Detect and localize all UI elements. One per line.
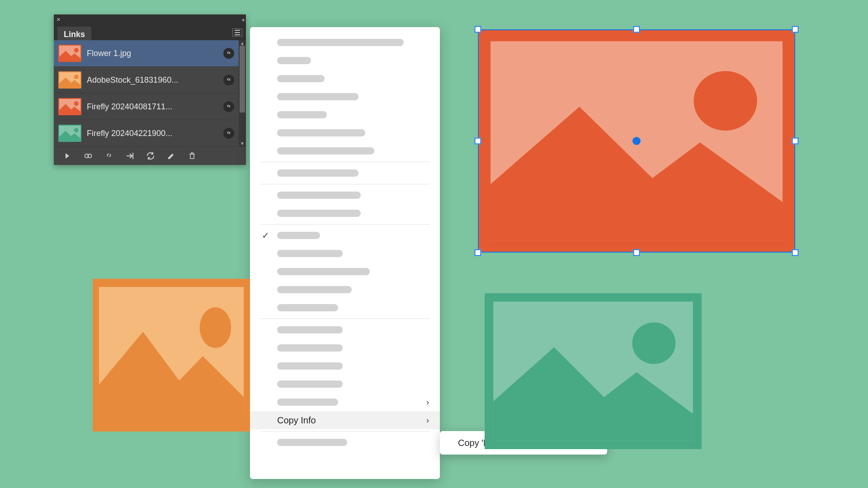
link-filename: Firefly 202404221900... <box>87 129 218 138</box>
menu-item[interactable] <box>250 88 440 106</box>
menu-item-placeholder <box>277 344 343 352</box>
menu-item[interactable] <box>250 52 440 70</box>
panel-footer <box>54 147 246 165</box>
menu-item[interactable] <box>250 204 440 222</box>
menu-item-placeholder <box>277 210 361 217</box>
menu-item[interactable] <box>250 321 440 339</box>
svg-point-2 <box>74 48 79 52</box>
panel-menu-button[interactable] <box>232 28 242 37</box>
panel-dropdown-menu: ✓›Copy Info› <box>250 27 440 479</box>
svg-point-8 <box>74 101 79 106</box>
menu-item-placeholder <box>277 399 338 406</box>
selection-handle[interactable] <box>792 138 799 145</box>
link-status-icon <box>223 128 234 139</box>
menu-item[interactable] <box>250 375 440 393</box>
menu-item-placeholder <box>277 439 347 446</box>
menu-item-label: Copy Info <box>277 415 316 426</box>
menu-item-placeholder <box>277 326 343 333</box>
submenu-arrow-icon: › <box>426 416 429 425</box>
link-status-icon <box>223 48 234 59</box>
menu-item-placeholder <box>277 111 327 118</box>
menu-item-placeholder <box>277 232 320 239</box>
menu-item[interactable] <box>250 186 440 204</box>
selection-handle[interactable] <box>633 249 640 256</box>
links-tab[interactable]: Links <box>57 27 91 42</box>
menu-item-placeholder <box>277 39 404 46</box>
menu-item-placeholder <box>277 268 370 275</box>
menu-item-placeholder <box>277 57 311 64</box>
link-row[interactable]: Flower 1.jpg <box>54 40 239 67</box>
menu-item[interactable] <box>250 433 440 451</box>
canvas-image-orange[interactable] <box>93 279 250 432</box>
submenu-arrow-icon: › <box>426 398 429 407</box>
svg-point-16 <box>200 307 231 348</box>
disclosure-icon[interactable] <box>63 151 72 160</box>
menu-item[interactable] <box>250 357 440 375</box>
check-icon: ✓ <box>262 230 269 241</box>
menu-item[interactable]: › <box>250 393 440 411</box>
links-list: Flower 1.jpg AdobeStock_61831960... Fire… <box>54 40 246 147</box>
scroll-down-icon[interactable]: ▼ <box>240 141 245 146</box>
menu-item[interactable] <box>250 124 440 142</box>
menu-item-placeholder <box>277 250 343 257</box>
menu-item[interactable] <box>250 70 440 88</box>
link-thumbnail <box>58 98 81 115</box>
menu-item[interactable] <box>250 339 440 357</box>
link-row[interactable]: Firefly 202404221900... <box>54 120 239 147</box>
svg-point-5 <box>74 75 79 79</box>
menu-item-placeholder <box>277 93 359 100</box>
link-thumbnail <box>58 125 81 142</box>
menu-item-placeholder <box>277 169 359 177</box>
svg-point-19 <box>632 322 675 364</box>
link-thumbnail <box>58 71 81 89</box>
menu-item-placeholder <box>277 75 325 82</box>
menu-item[interactable]: ✓ <box>250 226 440 244</box>
menu-item-placeholder <box>277 286 352 293</box>
scroll-thumb[interactable] <box>240 46 245 113</box>
relink-icon[interactable] <box>104 151 113 160</box>
menu-item-placeholder <box>277 304 338 311</box>
menu-item[interactable] <box>250 106 440 124</box>
collapse-icon[interactable]: ‹‹ <box>242 16 243 23</box>
menu-item-placeholder <box>277 129 365 136</box>
links-panel: × ‹‹ Links Flower 1.jpg AdobeStock_61831… <box>54 14 246 165</box>
link-filename: Firefly 202404081711... <box>87 102 218 112</box>
link-status-icon <box>223 101 234 112</box>
selection-center-icon[interactable] <box>632 137 641 145</box>
selected-image-frame[interactable] <box>478 29 795 253</box>
menu-item[interactable] <box>250 33 440 52</box>
link-row[interactable]: AdobeStock_61831960... <box>54 67 239 94</box>
menu-item-placeholder <box>277 380 343 388</box>
menu-item[interactable] <box>250 142 440 160</box>
menu-item[interactable] <box>250 299 440 317</box>
close-icon[interactable]: × <box>57 16 63 23</box>
menu-item-placeholder <box>277 147 374 155</box>
edit-original-icon[interactable] <box>167 151 176 160</box>
selection-handle[interactable] <box>792 249 799 256</box>
link-filename: AdobeStock_61831960... <box>87 75 218 85</box>
menu-item[interactable] <box>250 164 440 182</box>
menu-item-placeholder <box>277 362 343 370</box>
update-link-icon[interactable] <box>146 151 155 160</box>
selection-handle[interactable] <box>633 26 640 33</box>
svg-point-11 <box>74 128 79 132</box>
link-status-icon <box>223 75 234 85</box>
link-filename: Flower 1.jpg <box>87 49 218 58</box>
canvas-image-green[interactable] <box>485 293 702 449</box>
link-row[interactable]: Firefly 202404081711... <box>54 94 239 120</box>
selection-handle[interactable] <box>475 249 481 256</box>
menu-item[interactable] <box>250 281 440 299</box>
relink-cc-icon[interactable] <box>84 151 93 160</box>
scrollbar[interactable]: ▲ ▼ <box>239 40 246 147</box>
selection-handle[interactable] <box>792 26 799 33</box>
link-thumbnail <box>58 45 81 62</box>
menu-item[interactable] <box>250 263 440 281</box>
delete-icon[interactable] <box>188 151 197 160</box>
svg-point-22 <box>693 71 757 131</box>
menu-item-copy-info[interactable]: Copy Info› <box>250 411 440 429</box>
menu-item[interactable] <box>250 244 440 263</box>
scroll-up-icon[interactable]: ▲ <box>240 41 245 46</box>
goto-link-icon[interactable] <box>125 151 134 160</box>
selection-handle[interactable] <box>475 138 481 145</box>
selection-handle[interactable] <box>475 26 481 33</box>
